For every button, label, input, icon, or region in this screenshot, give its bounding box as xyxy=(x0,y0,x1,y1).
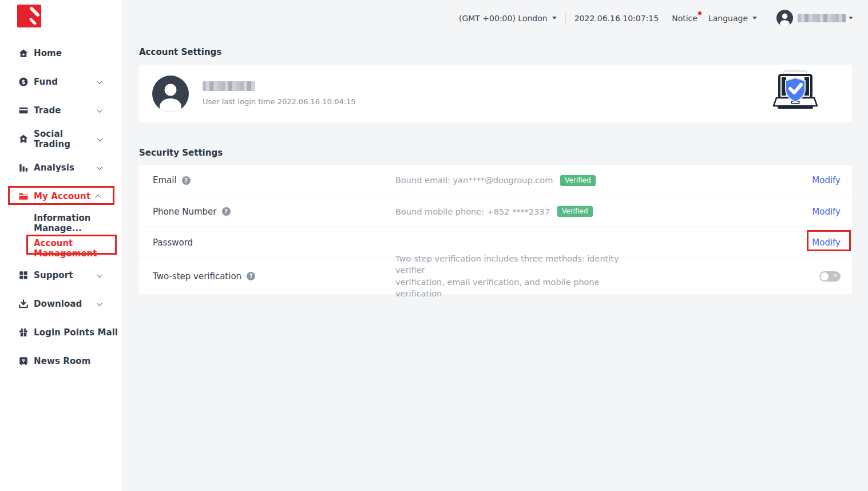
sidebar-item-my-account[interactable]: My Account xyxy=(0,182,122,211)
sidebar-nav: Home $ Fund Trade Social Tradin xyxy=(0,39,122,375)
sidebar-item-support[interactable]: Support xyxy=(0,261,122,290)
chevron-up-icon xyxy=(95,194,101,200)
phone-label: Phone Number xyxy=(153,207,217,217)
sidebar-item-label: Trade xyxy=(34,105,61,116)
chevron-down-icon xyxy=(97,107,102,113)
toggle-knob xyxy=(821,272,829,280)
phone-modify-link[interactable]: Modify xyxy=(812,207,841,217)
folder-icon xyxy=(18,191,29,201)
svg-text:$: $ xyxy=(22,79,26,85)
chevron-down-icon xyxy=(97,78,102,84)
sidebar-item-download[interactable]: Download xyxy=(0,290,122,318)
home-icon xyxy=(18,48,29,58)
caret-down-icon xyxy=(849,17,853,19)
sidebar-item-label: Fund xyxy=(34,77,58,87)
house-person-icon xyxy=(18,134,29,144)
sidebar-item-login-points-mall[interactable]: Login Points Mall xyxy=(0,318,122,347)
two-step-label: Two-step verification xyxy=(153,271,241,282)
account-info: User last login time 2022.06.16 10:04:15 xyxy=(203,81,356,106)
sidebar-item-label: Support xyxy=(34,270,73,280)
datetime-label: 2022.06.16 10:07:15 xyxy=(574,14,659,23)
security-row-phone: Phone Number ? Bound mobile phone: +852 … xyxy=(139,196,852,227)
caret-down-icon xyxy=(752,17,757,19)
help-icon[interactable]: ? xyxy=(182,176,191,185)
brand-logo-icon[interactable] xyxy=(17,5,41,27)
row-label-group: Phone Number ? xyxy=(153,207,395,217)
notice-unread-dot xyxy=(698,11,701,15)
chevron-down-icon xyxy=(97,136,102,141)
last-login-time: User last login time 2022.06.16 10:04:15 xyxy=(203,97,356,106)
sidebar-item-label: Social Trading xyxy=(34,129,97,149)
help-icon[interactable]: ? xyxy=(247,272,255,280)
main-area: (GMT +00:00) London 2022.06.16 10:07:15 … xyxy=(123,0,868,491)
caret-down-icon xyxy=(552,17,557,19)
bound-email-value: Bound email: yan****@doogroup.com xyxy=(395,176,553,185)
row-value-group: Two-step verification includes three met… xyxy=(395,253,819,299)
account-management-page: { "brand": { "logo": "doo-prime-logo", "… xyxy=(0,0,868,491)
row-value-group: Bound mobile phone: +852 ****2337 Verifi… xyxy=(395,206,812,217)
security-row-two-step: Two-step verification ? Two-step verific… xyxy=(139,258,852,294)
email-modify-link[interactable]: Modify xyxy=(812,175,841,185)
sidebar-item-label: Home xyxy=(34,48,62,58)
security-settings-title: Security Settings xyxy=(139,148,852,158)
chevron-down-icon xyxy=(97,164,102,170)
language-selector[interactable]: Language xyxy=(708,14,757,23)
security-shield-laptop-icon xyxy=(772,70,819,118)
account-name-blurred xyxy=(203,81,255,91)
pin-badge-icon xyxy=(18,356,29,366)
sidebar-item-label: News Room xyxy=(34,356,90,366)
gift-icon xyxy=(18,327,29,338)
sidebar-item-home[interactable]: Home xyxy=(0,39,122,68)
sidebar-item-account-management[interactable]: Account Management xyxy=(0,236,122,261)
language-label: Language xyxy=(708,14,748,23)
sidebar-item-label: Download xyxy=(34,299,82,309)
timezone-selector[interactable]: (GMT +00:00) London xyxy=(459,14,557,23)
sidebar: Home $ Fund Trade Social Tradin xyxy=(0,0,123,491)
content: Account Settings User last login time 20… xyxy=(123,36,868,294)
avatar xyxy=(152,76,189,112)
sidebar-item-social-trading[interactable]: Social Trading xyxy=(0,125,122,153)
sidebar-item-label: Login Points Mall xyxy=(34,327,118,338)
row-label-group: Email ? xyxy=(153,175,395,185)
topbar-divider xyxy=(565,13,566,23)
sidebar-item-trade[interactable]: Trade xyxy=(0,96,122,125)
bound-phone-value: Bound mobile phone: +852 ****2337 xyxy=(395,207,550,216)
account-settings-title: Account Settings xyxy=(139,47,852,57)
download-icon xyxy=(18,299,29,309)
chevron-down-icon xyxy=(97,272,102,278)
avatar xyxy=(776,10,793,26)
sidebar-item-label: Analysis xyxy=(34,163,74,173)
help-icon[interactable]: ? xyxy=(222,207,231,216)
sidebar-item-information-management[interactable]: Information Manage... xyxy=(0,211,122,236)
sidebar-item-label: Information Manage... xyxy=(34,213,122,233)
sidebar-item-fund[interactable]: $ Fund xyxy=(0,68,122,96)
card-icon xyxy=(18,105,29,116)
row-label-group: Two-step verification ? xyxy=(153,271,395,282)
sidebar-item-analysis[interactable]: Analysis xyxy=(0,153,122,182)
user-name-blurred xyxy=(798,14,846,22)
sidebar-item-label: Account Management xyxy=(34,238,122,259)
notice-button[interactable]: Notice xyxy=(672,14,697,23)
notice-label: Notice xyxy=(672,14,697,23)
verified-badge: Verified xyxy=(557,206,593,217)
two-step-description: Two-step verification includes three met… xyxy=(395,253,620,299)
account-settings-card: User last login time 2022.06.16 10:04:15 xyxy=(139,65,852,122)
password-label: Password xyxy=(153,237,193,248)
row-value-group: Bound email: yan****@doogroup.com Verifi… xyxy=(395,175,812,186)
row-label-group: Password xyxy=(153,237,395,248)
security-settings-card: Email ? Bound email: yan****@doogroup.co… xyxy=(139,165,852,294)
verified-badge: Verified xyxy=(560,175,596,186)
grid-icon xyxy=(18,270,29,280)
security-row-email: Email ? Bound email: yan****@doogroup.co… xyxy=(139,165,852,196)
sidebar-item-label: My Account xyxy=(34,191,90,201)
email-label: Email xyxy=(153,175,177,185)
bar-chart-icon xyxy=(18,163,29,173)
dollar-icon: $ xyxy=(18,77,29,87)
chevron-down-icon xyxy=(97,300,102,306)
sidebar-item-news-room[interactable]: News Room xyxy=(0,347,122,375)
toggle-off-x-icon: ✕ xyxy=(833,272,838,279)
user-menu[interactable] xyxy=(776,10,853,26)
password-modify-link[interactable]: Modify xyxy=(812,237,841,248)
two-step-toggle[interactable]: ✕ xyxy=(819,271,841,282)
timezone-label: (GMT +00:00) London xyxy=(459,14,548,23)
